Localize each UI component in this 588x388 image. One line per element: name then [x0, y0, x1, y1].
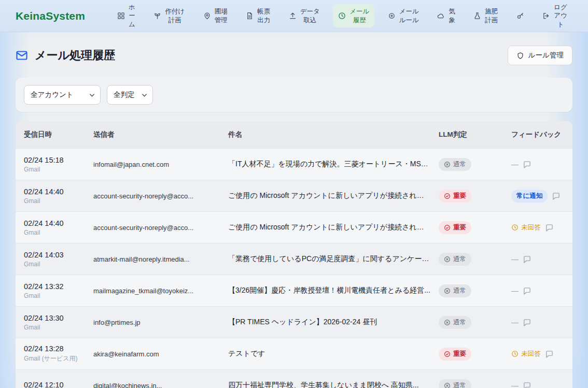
- logout-icon: [542, 12, 550, 20]
- subject-text: 【PR TIMES ヘッドライン】2026-02-24 昼刊: [228, 318, 431, 327]
- sender-address: akira@keinafarm.com: [93, 350, 228, 358]
- cell-llm-judgment: 重要: [439, 221, 511, 234]
- nav-item-fertilizer-plan[interactable]: 施肥 計画: [468, 4, 503, 27]
- nav-item-home[interactable]: ホ ー ム: [112, 0, 141, 32]
- cell-received-at: 02/24 13:32 Gmail: [16, 282, 93, 299]
- brand-logo[interactable]: KeinaSystem: [16, 10, 85, 22]
- cell-received-at: 02/24 14:40 Gmail: [16, 188, 93, 205]
- cell-sender: digital@kochinews.in...: [93, 382, 228, 388]
- table-row[interactable]: 02/24 14:40 Gmail account-security-norep…: [16, 211, 572, 243]
- subject-text: 「IT人材不足」を現場の力で解決。三菱オートリース・MS＆AD...: [228, 160, 431, 169]
- nav-item-planting-plan[interactable]: 作付け 計画: [148, 4, 190, 27]
- nav-item-data-import[interactable]: データ 取込: [284, 4, 325, 27]
- nav-item-field-manage[interactable]: 圃場 管理: [198, 4, 233, 27]
- comment-icon[interactable]: [523, 286, 531, 295]
- account-label: Gmail: [24, 166, 93, 173]
- sender-address: account-security-noreply@acco...: [93, 224, 228, 232]
- nav-item-label: ログ アウ ト: [554, 3, 567, 28]
- feedback-empty: —: [511, 286, 519, 295]
- mail-history-table: 受信日時 送信者 件名 LLM判定 フィードバック 02/24 15:18 Gm…: [16, 121, 572, 388]
- received-time: 02/24 13:30: [24, 314, 93, 322]
- nav-item-logout[interactable]: ログ アウ ト: [537, 0, 572, 32]
- feedback-empty: —: [511, 255, 519, 263]
- document-icon: [246, 12, 254, 20]
- top-nav: KeinaSystem ホ ー ム作付け 計画圃場 管理帳票 出力データ 取込メ…: [0, 0, 588, 32]
- table-row[interactable]: 02/24 13:32 Gmail mailmagazine_tkmail@to…: [16, 275, 572, 306]
- cell-feedback: 常に通知: [511, 190, 572, 203]
- nav-item-mail-history[interactable]: メール 履歴: [333, 4, 374, 27]
- comment-icon[interactable]: [552, 192, 561, 200]
- page-title: メール処理履歴: [35, 48, 115, 63]
- cell-sender: info@prtimes.jp: [93, 319, 228, 326]
- cell-subject: テストです: [228, 349, 439, 358]
- comment-icon[interactable]: [523, 318, 531, 327]
- account-label: Gmail: [24, 197, 93, 205]
- nav-item-label: 帳票 出力: [257, 7, 270, 24]
- header-sender: 送信者: [93, 130, 228, 139]
- cell-llm-judgment: 通常: [439, 158, 511, 171]
- nav-items: ホ ー ム作付け 計画圃場 管理帳票 出力データ 取込メール 履歴メール ルール…: [112, 0, 572, 32]
- received-time: 02/24 14:03: [24, 251, 93, 259]
- x-circle-icon: [444, 161, 451, 168]
- feedback-pending: 未回答: [511, 350, 541, 358]
- cell-llm-judgment: 重要: [439, 190, 511, 203]
- cell-subject: 【PR TIMES ヘッドライン】2026-02-24 昼刊: [228, 318, 439, 327]
- comment-icon[interactable]: [523, 160, 531, 169]
- table-body: 02/24 15:18 Gmail infomail@japan.cnet.co…: [16, 148, 572, 388]
- key-icon: [516, 12, 524, 20]
- table-row[interactable]: 02/24 13:28 Gmail (サービス用) akira@keinafar…: [16, 338, 572, 369]
- judgment-badge: 通常: [439, 316, 471, 329]
- clock-icon: [511, 350, 519, 357]
- nav-item-mail-rules[interactable]: メール ルール: [383, 4, 424, 27]
- chevron-down-icon: [89, 92, 95, 98]
- cell-received-at: 02/24 15:18 Gmail: [16, 156, 93, 173]
- comment-icon[interactable]: [523, 381, 531, 388]
- nav-item-label: データ 取込: [300, 7, 320, 24]
- sender-address: account-security-noreply@acco...: [93, 192, 228, 200]
- cell-received-at: 02/24 14:03 Gmail: [16, 251, 93, 268]
- mail-rule-icon: [388, 12, 396, 20]
- account-label: Gmail: [24, 229, 93, 236]
- rule-manage-label: ルール管理: [528, 51, 564, 60]
- subject-text: ご使用の Microsoft アカウントに新しいアプリが接続されました: [228, 191, 431, 200]
- cell-sender: account-security-noreply@acco...: [93, 192, 228, 200]
- rule-manage-button[interactable]: ルール管理: [508, 46, 572, 65]
- cell-llm-judgment: 通常: [439, 379, 511, 388]
- sender-address: infomail@japan.cnet.com: [93, 161, 228, 168]
- cell-sender: atmarkit-mail@noreply.itmedia...: [93, 255, 228, 263]
- x-circle-icon: [444, 288, 451, 294]
- nav-item-key[interactable]: [511, 9, 529, 23]
- feedback-empty: —: [511, 381, 519, 388]
- nav-item-label: ホ ー ム: [129, 3, 135, 28]
- comment-icon[interactable]: [523, 255, 531, 264]
- cell-feedback: —: [511, 160, 572, 169]
- account-filter-select[interactable]: 全アカウント: [24, 85, 101, 105]
- nav-item-weather[interactable]: 気 象: [432, 4, 460, 27]
- dashboard-icon: [117, 12, 125, 20]
- table-row[interactable]: 02/24 15:18 Gmail infomail@japan.cnet.co…: [16, 148, 572, 180]
- comment-icon[interactable]: [545, 350, 554, 358]
- check-circle-icon: [444, 224, 451, 231]
- cell-sender: infomail@japan.cnet.com: [93, 161, 228, 168]
- feedback-badge: 常に通知: [511, 190, 548, 203]
- cell-sender: account-security-noreply@acco...: [93, 224, 228, 232]
- table-row[interactable]: 02/24 13:30 Gmail info@prtimes.jp 【PR TI…: [16, 306, 572, 338]
- subject-text: 【3/26開催】慶応・岸教授登壇！横川電機責任者とみる経営...: [228, 286, 431, 295]
- received-time: 02/24 13:32: [24, 282, 93, 291]
- table-row[interactable]: 02/24 14:40 Gmail account-security-norep…: [16, 180, 572, 211]
- nav-item-label: メール ルール: [399, 7, 419, 24]
- nav-item-label: 施肥 計画: [485, 7, 498, 24]
- comment-icon[interactable]: [545, 223, 554, 232]
- judgment-filter-value: 全判定: [114, 90, 135, 99]
- app-window: KeinaSystem ホ ー ム作付け 計画圃場 管理帳票 出力データ 取込メ…: [0, 0, 588, 388]
- table-row[interactable]: 02/24 12:10 digital@kochinews.in... 四万十福…: [16, 369, 572, 388]
- subject-text: 四万十福祉専門学校、学生募集しないまま閉校へ 高知県...: [228, 381, 431, 388]
- table-row[interactable]: 02/24 14:03 Gmail atmarkit-mail@noreply.…: [16, 243, 572, 275]
- header-received-at: 受信日時: [16, 130, 93, 139]
- nav-item-report-output[interactable]: 帳票 出力: [241, 4, 275, 27]
- account-filter-value: 全アカウント: [31, 90, 74, 99]
- judgment-filter-select[interactable]: 全判定: [107, 85, 153, 105]
- header-llm-judgment: LLM判定: [439, 130, 511, 139]
- judgment-badge: 通常: [439, 284, 471, 297]
- nav-item-label: メール 履歴: [349, 7, 369, 24]
